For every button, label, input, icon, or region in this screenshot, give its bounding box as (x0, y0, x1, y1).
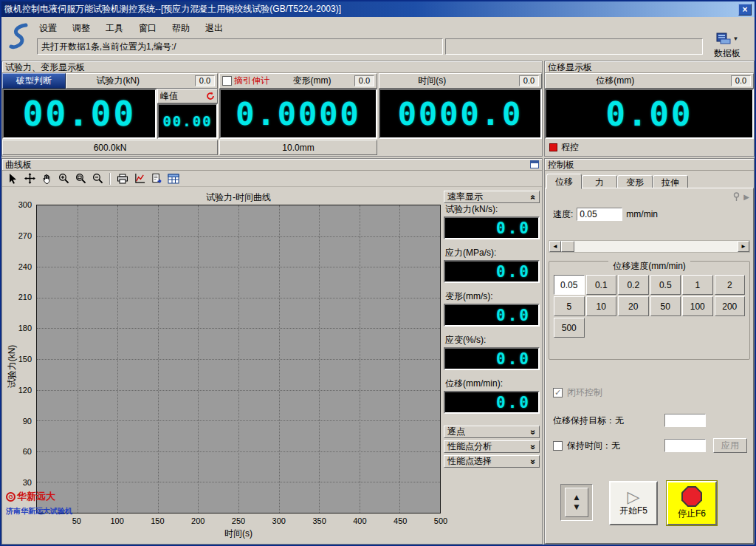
displacement-panel: 位移显示板 位移(mm) 0.0 0.00 程控 (544, 61, 755, 157)
export-button[interactable] (149, 172, 164, 185)
x-tick-label: 200 (191, 516, 205, 525)
expand-arrow-icon[interactable]: ▶ (743, 193, 749, 201)
scrollbar-right-arrow[interactable]: ► (738, 241, 749, 252)
curve-style-button[interactable] (132, 172, 147, 185)
speed-button-0.2[interactable]: 0.2 (618, 275, 649, 295)
tab-force[interactable]: 力 (582, 175, 617, 188)
hold-time-label: 保持时间：无 (567, 440, 620, 452)
hold-target-input[interactable] (664, 414, 706, 427)
time-label: 时间(s) (418, 75, 446, 87)
speed-button-10[interactable]: 10 (586, 296, 617, 316)
speed-button-0.1[interactable]: 0.1 (586, 275, 617, 295)
export-icon (151, 173, 162, 184)
break-detect-button[interactable]: 破型判断 (2, 73, 66, 89)
gridline (360, 205, 360, 513)
menu-item-window[interactable]: 窗口 (137, 21, 159, 35)
section-point-by-point[interactable]: 逐点 » (444, 426, 540, 438)
pointer-tool-button[interactable] (5, 172, 20, 185)
start-button[interactable]: ▷ 开始F5 (609, 481, 658, 525)
panel-options: ▶ (732, 192, 749, 201)
vendor-logo-subtitle: 济南华新远大试验机 (6, 507, 72, 516)
control-panel: 控制板 位移 力 变形 拉伸 ▶ 速度: mm/min ◄ ► (544, 158, 755, 545)
app-logo-icon (8, 21, 30, 52)
apply-button[interactable]: 应用 (713, 438, 747, 453)
expand-chevron-icon[interactable]: » (529, 429, 539, 434)
jog-up-down-button[interactable]: ▲ ▼ (565, 488, 588, 517)
speed-button-100[interactable]: 100 (682, 296, 713, 316)
scrollbar-left-arrow[interactable]: ◄ (549, 241, 561, 252)
deform-range-bar: 10.0mm (219, 140, 377, 155)
speed-button-0.05[interactable]: 0.05 (554, 275, 585, 295)
databoard-control[interactable]: ▼ 数据板 (704, 31, 750, 60)
y-tick-label: 180 (18, 324, 32, 332)
extensometer-checkbox[interactable] (222, 76, 232, 86)
speed-button-20[interactable]: 20 (618, 296, 649, 316)
displacement-panel-title: 位移显示板 (545, 61, 754, 73)
pan-tool-button[interactable] (22, 172, 37, 185)
tab-displacement[interactable]: 位移 (546, 174, 582, 189)
scrollbar-thumb[interactable] (561, 241, 574, 252)
close-button[interactable]: × (738, 4, 752, 16)
speed-button-500[interactable]: 500 (554, 318, 585, 338)
displacement-header-bar: 位移(mm) 0.0 (545, 73, 754, 89)
hold-time-input[interactable] (664, 439, 706, 452)
rate-display-displacement: 0.0 (444, 391, 540, 414)
force-label: 试验力(kN) (96, 75, 140, 87)
menu-item-help[interactable]: 帮助 (170, 21, 192, 35)
hand-tool-button[interactable] (39, 172, 54, 185)
rate-panel-header[interactable]: 速率显示 « (444, 191, 540, 203)
y-tick-label: 60 (23, 447, 32, 456)
rate-display-deform: 0.0 (444, 304, 540, 327)
section-performance-analysis[interactable]: 性能点分析 » (444, 440, 540, 453)
data-status-field: 共打开数据1条,当前位置为1,编号:/ (37, 38, 443, 55)
print-button[interactable] (115, 172, 130, 185)
speed-button-50[interactable]: 50 (650, 296, 681, 316)
section-performance-select[interactable]: 性能点选择 » (444, 455, 540, 468)
expand-chevron-icon[interactable]: » (529, 444, 539, 449)
collapse-chevron-icon[interactable]: « (529, 194, 539, 199)
speed-input[interactable] (577, 208, 622, 221)
force-display: 00.00 (2, 89, 157, 139)
zoom-region-tool-button[interactable] (73, 172, 88, 185)
tab-deform[interactable]: 变形 (617, 175, 653, 188)
speed-button-5[interactable]: 5 (554, 296, 585, 316)
databoard-dropdown-icon[interactable]: ▼ (733, 35, 739, 42)
zoom-region-icon (75, 173, 86, 184)
stop-button[interactable]: 停止F6 (667, 481, 717, 525)
hold-target-label: 位移保持目标：无 (553, 414, 624, 427)
peak-reset-icon[interactable] (206, 92, 215, 100)
plot-area[interactable] (36, 205, 441, 513)
zoom-in-icon (58, 173, 69, 184)
control-tabs: 位移 力 变形 拉伸 (546, 174, 688, 188)
displacement-aux-value: 0.0 (731, 75, 751, 86)
speed-button-2[interactable]: 2 (715, 275, 746, 295)
x-axis-ticks: 50100150200250300350400450500 (36, 516, 441, 526)
menu-item-tools[interactable]: 工具 (103, 21, 126, 35)
pin-icon[interactable] (732, 192, 740, 201)
data-grid-button[interactable] (166, 172, 181, 185)
speed-scrollbar[interactable]: ◄ ► (549, 240, 750, 253)
toolbar-separator (109, 173, 111, 185)
curve-panel: 曲线板 (1, 158, 543, 545)
curve-panel-restore-icon[interactable] (530, 160, 539, 168)
hold-time-checkbox[interactable] (553, 441, 563, 451)
time-aux-value: 0.0 (519, 75, 539, 86)
expand-chevron-icon[interactable]: » (529, 459, 539, 464)
menu-item-settings[interactable]: 设置 (37, 21, 59, 35)
zoom-out-tool-button[interactable] (90, 172, 105, 185)
rate-display-force: 0.0 (444, 216, 540, 239)
pointer-icon (7, 173, 18, 184)
closed-loop-checkbox[interactable]: ✓ (553, 388, 563, 397)
tab-tension[interactable]: 拉伸 (653, 175, 688, 188)
speed-button-0.5[interactable]: 0.5 (650, 275, 681, 295)
move-icon (24, 173, 35, 184)
zoom-in-tool-button[interactable] (56, 172, 71, 185)
menu-item-exit[interactable]: 退出 (203, 21, 225, 35)
jog-down-icon: ▼ (572, 502, 581, 512)
speed-button-1[interactable]: 1 (682, 275, 713, 295)
rate-panel-title: 速率显示 (447, 191, 483, 203)
gridline (37, 451, 440, 452)
speed-button-200[interactable]: 200 (715, 296, 746, 316)
menu-item-adjust[interactable]: 调整 (70, 21, 92, 35)
rate-label-strain: 应变(%/s): (444, 334, 540, 347)
